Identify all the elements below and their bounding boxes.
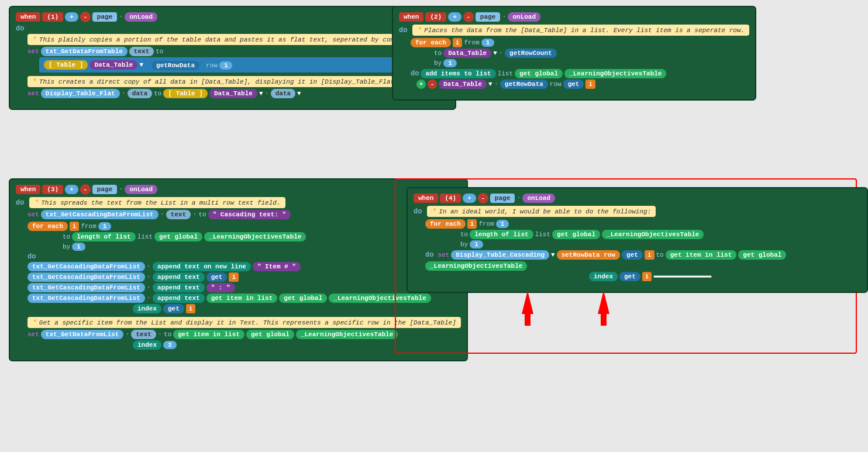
global-var-4[interactable]: _LearningObjectivesTable	[602, 230, 704, 239]
item-hash-pill[interactable]: " Item # "	[253, 262, 301, 271]
add-icon-1[interactable]: +	[65, 12, 78, 22]
append2-var[interactable]: txt_GetCascadingDataFromList	[27, 272, 145, 282]
display-cascading-pill[interactable]: Display_Table_Cascading	[451, 250, 549, 260]
append4-var[interactable]: txt_GetCascadingDataFromList	[27, 294, 145, 303]
txt-var-3[interactable]: txt_GetCascadingDataFromList	[41, 210, 159, 219]
dot-b2b: ·	[499, 49, 503, 57]
get-item-3b[interactable]: get item in list	[173, 330, 244, 339]
star-icon-b4: *	[432, 207, 436, 216]
from-label-2: from	[464, 39, 479, 46]
setrowdata-pill[interactable]: setRowData row	[557, 250, 620, 260]
data-table-b2b[interactable]: Data_Table	[439, 80, 487, 89]
text-pill-3[interactable]: text	[166, 210, 191, 219]
cascading-text-pill[interactable]: " Cascading text: "	[208, 210, 291, 219]
star-icon-1: *	[32, 35, 37, 44]
block2-do2: do add items to list list get global _Le…	[411, 69, 749, 78]
row-val-1[interactable]: 1	[219, 61, 233, 70]
add-items-pill-2[interactable]: add items to list	[421, 69, 495, 78]
display-flat-pill[interactable]: Display_Table_Flat	[41, 89, 120, 98]
block2-to-row: to Data_Table ▼ · getRowCount	[434, 49, 749, 58]
text-pill-3b[interactable]: text	[131, 330, 156, 339]
txt-var-1[interactable]: txt_GetDataFromTable	[41, 47, 128, 56]
get-4[interactable]: get	[163, 304, 184, 313]
from-val-4[interactable]: 1	[496, 220, 509, 228]
onload-pill-4[interactable]: onLoad	[522, 194, 555, 203]
append1-var[interactable]: txt_GetCascadingDataFromList	[27, 262, 145, 271]
i-val-4b: i	[642, 272, 652, 281]
remove-icon-3[interactable]: -	[80, 184, 91, 195]
canvas: when (1) + - page · onLoad do * This pla…	[0, 0, 868, 452]
by-label-2: by	[434, 60, 442, 67]
getrowdata-2[interactable]: getRowData	[500, 80, 548, 89]
foreach-label-2: for each	[411, 38, 451, 47]
dot-a4: ·	[147, 294, 151, 302]
remove-icon-1[interactable]: -	[80, 12, 91, 22]
data-pill-1[interactable]: data	[128, 89, 152, 98]
global-var-3[interactable]: _LearningObjectivesTable	[204, 232, 306, 241]
append3-label[interactable]: append text	[153, 283, 205, 292]
page-pill-2: page	[476, 12, 500, 22]
append2-label[interactable]: append text	[153, 272, 205, 282]
append4-label[interactable]: append text	[153, 294, 205, 303]
colon-pill[interactable]: " : "	[206, 283, 235, 292]
add-icon-2[interactable]: +	[448, 12, 461, 22]
block2-header: when (2) + - page · onLoad	[399, 12, 749, 22]
dot-b4: ·	[516, 194, 521, 202]
by-val-2[interactable]: 1	[443, 59, 457, 67]
getrowcount-pill[interactable]: getRowCount	[505, 49, 557, 58]
minus-icon-2[interactable]: -	[428, 80, 437, 89]
table-bracket-1[interactable]: [ Table ]	[44, 60, 88, 70]
global-var-2[interactable]: _LearningObjectivesTable	[564, 69, 666, 78]
remove-icon-4[interactable]: -	[478, 193, 488, 203]
from-label-3: from	[81, 223, 96, 230]
onload-pill-2[interactable]: onLoad	[508, 12, 540, 22]
from-val-2[interactable]: 1	[481, 39, 495, 47]
block4-to-row: to length of list list get global _Learn…	[460, 230, 861, 239]
length-pill-4[interactable]: length of list	[470, 230, 533, 239]
by-val-4[interactable]: 1	[470, 240, 483, 249]
star-icon-b3: *	[34, 198, 39, 207]
data-pill-2[interactable]: data	[271, 89, 295, 98]
block2-tab	[399, 91, 416, 96]
data-table-b2[interactable]: Data_Table	[443, 49, 491, 58]
get-4b[interactable]: get	[622, 250, 643, 260]
by-val-3[interactable]: 1	[72, 243, 85, 251]
get-item-3[interactable]: get item in list	[206, 294, 278, 303]
length-pill-3[interactable]: length of list	[72, 232, 135, 241]
remove-icon-2[interactable]: -	[463, 12, 474, 22]
block3-append3: txt_GetCascadingDataFromList · append te…	[27, 283, 461, 292]
add-icon-4[interactable]: +	[463, 194, 476, 203]
getrowdata-pill-1[interactable]: getRowData	[151, 61, 199, 70]
text-pill-1[interactable]: text	[129, 47, 154, 56]
data-table-2[interactable]: Data_Table	[209, 89, 257, 98]
get-3b[interactable]: get	[206, 272, 228, 282]
onload-pill-3[interactable]: onLoad	[125, 185, 157, 194]
add-icon-3[interactable]: +	[65, 185, 78, 194]
global-var-3c[interactable]: _LearningObjectivesTable	[296, 330, 398, 339]
set-label-3: set	[27, 211, 39, 218]
arrow-b2c: ▼	[488, 81, 492, 88]
append3-var[interactable]: txt_GetCascadingDataFromList	[27, 283, 145, 292]
global-var-4b[interactable]: _LearningObjectivesTable	[425, 261, 527, 271]
i-label-2: i	[453, 38, 463, 47]
get-item-4[interactable]: get item in list	[666, 250, 737, 260]
global-var-3b[interactable]: _LearningObjectivesTable	[329, 294, 430, 303]
block1-tab	[16, 101, 33, 105]
onload-pill-1[interactable]: onLoad	[125, 12, 157, 22]
list-label-2: list	[498, 70, 513, 77]
get-4c[interactable]: get	[619, 272, 640, 281]
block2-inner-row: + - Data_Table ▼ · getRowData row get i	[416, 80, 749, 89]
plus-icon-2[interactable]: +	[416, 80, 426, 89]
append1-label[interactable]: append text on new line	[153, 262, 251, 271]
txt-var-3b[interactable]: txt_GetDataFromList	[41, 330, 123, 339]
from-val-3[interactable]: 1	[98, 222, 112, 230]
block1-comment2: * This creates a direct copy of all data…	[27, 76, 449, 87]
index-val-3[interactable]: 3	[163, 341, 177, 349]
get-2[interactable]: get	[563, 80, 584, 89]
comment-text-b3b: Get a specific item from the List and di…	[39, 319, 456, 326]
table-bracket-2[interactable]: [ Table ]	[163, 89, 207, 98]
data-table-1[interactable]: Data_Table	[89, 60, 137, 70]
when-label-1: when	[16, 12, 40, 22]
dot-b3: ·	[119, 185, 123, 194]
i-val-3: i	[229, 272, 239, 282]
